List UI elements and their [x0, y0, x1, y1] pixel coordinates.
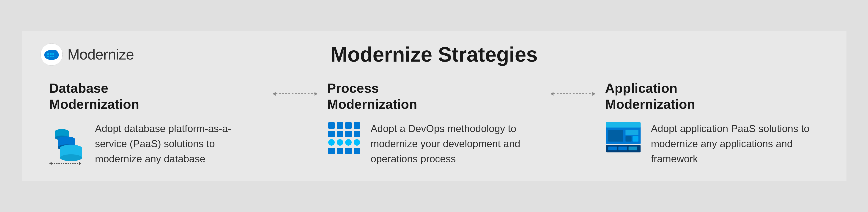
svg-rect-48: [626, 130, 639, 135]
svg-rect-6: [53, 53, 54, 55]
svg-rect-39: [345, 148, 352, 154]
svg-point-34: [337, 139, 343, 146]
svg-rect-4: [47, 53, 49, 55]
svg-marker-20: [49, 162, 52, 165]
svg-rect-54: [629, 146, 637, 150]
application-heading: Application Modernization: [605, 80, 695, 112]
svg-rect-30: [337, 131, 343, 137]
database-icon: [49, 121, 86, 167]
modernize-logo-icon: [40, 43, 63, 66]
database-column: Database Modernization: [40, 80, 272, 167]
process-heading: Process Modernization: [327, 80, 417, 112]
svg-rect-50: [633, 136, 639, 142]
header-row: Modernize Modernize Strategies: [40, 43, 828, 66]
database-heading: Database Modernization: [49, 80, 139, 112]
logo-text: Modernize: [68, 46, 134, 63]
svg-rect-37: [328, 148, 335, 154]
svg-point-36: [354, 139, 360, 146]
svg-rect-38: [337, 148, 343, 154]
process-column: Process Modernization: [318, 80, 550, 167]
svg-marker-42: [551, 92, 554, 96]
svg-point-3: [51, 50, 58, 56]
content-row: Database Modernization: [40, 80, 828, 167]
process-icon: [327, 121, 362, 155]
svg-marker-43: [592, 92, 595, 96]
svg-point-33: [328, 139, 335, 146]
process-text: Adopt a DevOps methodology to modernize …: [371, 121, 541, 167]
svg-rect-25: [328, 122, 335, 129]
application-body: Adopt application PaaS solutions to mode…: [605, 121, 819, 167]
svg-rect-31: [345, 131, 352, 137]
svg-rect-26: [337, 122, 343, 129]
svg-rect-7: [47, 56, 49, 57]
right-arrow-connector: [550, 80, 596, 101]
svg-rect-9: [53, 56, 54, 57]
svg-rect-28: [354, 122, 360, 129]
svg-rect-5: [50, 53, 52, 55]
svg-rect-45: [606, 122, 641, 128]
database-text: Adopt database platform-as-a-service (Pa…: [95, 121, 263, 167]
left-arrow-connector: [272, 80, 318, 101]
svg-rect-32: [354, 131, 360, 137]
svg-rect-53: [619, 146, 627, 150]
svg-marker-23: [273, 92, 276, 96]
process-body: Adopt a DevOps methodology to modernize …: [327, 121, 541, 167]
application-column: Application Modernization: [596, 80, 828, 167]
svg-rect-52: [608, 146, 617, 150]
application-text: Adopt application PaaS solutions to mode…: [651, 121, 819, 167]
svg-rect-8: [50, 56, 52, 57]
svg-point-18: [60, 154, 82, 161]
svg-marker-24: [314, 92, 317, 96]
application-icon: [605, 121, 642, 153]
svg-rect-49: [626, 136, 631, 142]
main-container: Modernize Modernize Strategies Database …: [22, 31, 846, 181]
svg-rect-27: [345, 122, 352, 129]
database-body: Adopt database platform-as-a-service (Pa…: [49, 121, 263, 167]
svg-marker-21: [79, 162, 81, 165]
logo-area: Modernize: [40, 43, 155, 66]
main-title: Modernize Strategies: [155, 43, 714, 66]
svg-rect-40: [354, 148, 360, 154]
svg-point-35: [345, 139, 352, 146]
svg-rect-29: [328, 131, 335, 137]
svg-rect-47: [608, 130, 623, 142]
